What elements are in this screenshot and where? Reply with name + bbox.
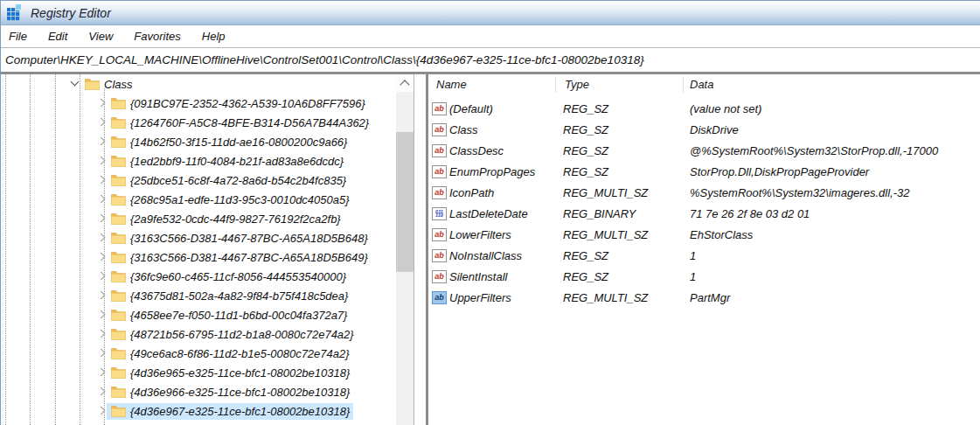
value-data: 1	[690, 270, 980, 283]
tree-item-guid[interactable]: {25dbce51-6c8f-4a72-8a6d-b54c2b4fc835}	[1, 171, 396, 190]
tree-item-guid[interactable]: {4d36e966-e325-11ce-bfc1-08002be10318}	[1, 382, 396, 401]
tree-item-guid[interactable]: {3163C566-D381-4467-87BC-A65A18D5B648}	[1, 228, 396, 247]
chevron-right-icon[interactable]	[96, 290, 107, 301]
value-type: REG_SZ	[563, 144, 690, 157]
values-pane[interactable]: Name Type Data ab (Default) REG_SZ (valu…	[426, 74, 980, 425]
chevron-right-icon[interactable]	[96, 156, 107, 166]
value-row[interactable]: ab SilentInstall REG_SZ 1	[428, 266, 980, 287]
value-row[interactable]: ab EnumPropPages REG_SZ StorProp.Dll,Dis…	[428, 161, 980, 182]
tree-item-guid[interactable]: {091BC97E-2352-4362-A539-10A6D8FF7596}	[1, 94, 396, 113]
menu-edit[interactable]: Edit	[38, 25, 78, 47]
tree-item-label[interactable]: {1ed2bbf9-11f0-4084-b21f-ad83a8e6dcdc}	[130, 154, 344, 168]
tree-item-label[interactable]: {3163C566-D381-4467-87BC-A65A18D5B648}	[130, 231, 368, 245]
chevron-right-icon[interactable]	[96, 271, 107, 282]
value-row[interactable]: 011 110 LastDeleteDate REG_BINARY 71 7e …	[428, 203, 980, 224]
chevron-right-icon[interactable]	[96, 233, 107, 243]
value-row[interactable]: ab (Default) REG_SZ (value not set)	[428, 98, 980, 119]
tree-item-guid[interactable]: {43675d81-502a-4a82-9f84-b75f418c5dea}	[1, 286, 396, 305]
folder-icon	[111, 270, 126, 282]
value-row[interactable]: ab ClassDesc REG_SZ @%SystemRoot%\System…	[428, 140, 980, 161]
chevron-right-icon[interactable]	[96, 348, 107, 359]
tree-vertical-scrollbar[interactable]	[396, 74, 414, 425]
folder-icon	[111, 386, 126, 398]
value-row[interactable]: ab NoInstallClass REG_SZ 1	[428, 245, 980, 266]
column-header-type[interactable]: Type	[565, 78, 589, 91]
value-name[interactable]: IconPath	[449, 186, 563, 199]
column-header-name[interactable]: Name	[436, 78, 467, 91]
tree-item-label[interactable]: {4d36e967-e325-11ce-bfc1-08002be10318}	[130, 404, 350, 418]
value-name[interactable]: LowerFilters	[449, 228, 563, 241]
registry-tree-pane[interactable]: Class {091BC97E-2352-4362-A539-	[1, 74, 396, 425]
value-name[interactable]: Class	[449, 123, 563, 136]
tree-item-guid[interactable]: {14b62f50-3f15-11dd-ae16-0800200c9a66}	[1, 132, 396, 151]
tree-item-guid[interactable]: {4d36e967-e325-11ce-bfc1-08002be10318}	[1, 401, 396, 421]
tree-item-label[interactable]: {49ce6ac8-6f86-11d2-b1e5-0080c72e74a2}	[130, 346, 350, 360]
chevron-right-icon[interactable]	[96, 367, 107, 378]
tree-item-label[interactable]: {2a9fe532-0cdc-44f9-9827-76192f2ca2fb}	[130, 212, 341, 226]
pane-splitter[interactable]	[414, 74, 426, 425]
tree-item-guid[interactable]: {1ed2bbf9-11f0-4084-b21f-ad83a8e6dcdc}	[1, 151, 396, 171]
value-name[interactable]: SilentInstall	[449, 270, 563, 283]
tree-item-class[interactable]: Class	[1, 74, 396, 94]
tree-item-guid[interactable]: {3163C566-D381-4467-87BC-A65A18D5B649}	[1, 247, 396, 267]
chevron-right-icon[interactable]	[96, 175, 107, 185]
value-row[interactable]: ab LowerFilters REG_MULTI_SZ EhStorClass	[428, 224, 980, 245]
value-name[interactable]: EnumPropPages	[449, 165, 563, 178]
tree-item-guid[interactable]: {1264760F-A5C8-4BFE-B314-D56A7B44A362}	[1, 113, 396, 132]
value-name[interactable]: LastDeleteDate	[449, 207, 563, 220]
tree-item-guid[interactable]: {36fc9e60-c465-11cf-8056-444553540000}	[1, 267, 396, 286]
folder-icon	[111, 309, 126, 321]
tree-item-label[interactable]: {43675d81-502a-4a82-9f84-b75f418c5dea}	[130, 289, 348, 303]
tree-item-guid[interactable]: {48721b56-6795-11d2-b1a8-0080c72e74a2}	[1, 324, 396, 344]
tree-item-label[interactable]: {1264760F-A5C8-4BFE-B314-D56A7B44A362}	[130, 115, 369, 129]
scrollbar-thumb[interactable]	[396, 132, 414, 272]
chevron-right-icon[interactable]	[96, 252, 107, 262]
value-data: PartMgr	[690, 291, 980, 304]
tree-item-label[interactable]: {091BC97E-2352-4362-A539-10A6D8FF7596}	[130, 96, 365, 110]
tree-item-label[interactable]: {3163C566-D381-4467-87BC-A65A18D5B649}	[130, 250, 368, 264]
menu-view[interactable]: View	[78, 25, 123, 47]
chevron-right-icon[interactable]	[96, 406, 107, 416]
tree-item-label[interactable]: {4d36e965-e325-11ce-bfc1-08002be10318}	[130, 366, 350, 380]
value-row[interactable]: ab UpperFilters REG_MULTI_SZ PartMgr	[428, 287, 980, 308]
column-separator[interactable]	[555, 77, 556, 93]
folder-icon	[111, 212, 126, 225]
chevron-right-icon[interactable]	[96, 136, 107, 147]
chevron-down-icon[interactable]	[70, 79, 80, 89]
tree-item-label[interactable]: {4658ee7e-f050-11d1-b6bd-00c04fa372a7}	[130, 308, 347, 322]
tree-item-guid[interactable]: {4d36e965-e325-11ce-bfc1-08002be10318}	[1, 363, 396, 382]
menu-file[interactable]: File	[1, 25, 38, 47]
tree-item-label[interactable]: Class	[104, 77, 133, 91]
tree-item-guid[interactable]: {49ce6ac8-6f86-11d2-b1e5-0080c72e74a2}	[1, 344, 396, 363]
value-name[interactable]: (Default)	[449, 102, 563, 115]
value-name[interactable]: UpperFilters	[449, 291, 563, 304]
value-row[interactable]: ab IconPath REG_MULTI_SZ %SystemRoot%\Sy…	[428, 182, 980, 203]
menu-favorites[interactable]: Favorites	[123, 25, 191, 47]
chevron-right-icon[interactable]	[96, 117, 107, 128]
value-name[interactable]: NoInstallClass	[449, 249, 563, 262]
tree-item-guid[interactable]: {2a9fe532-0cdc-44f9-9827-76192f2ca2fb}	[1, 209, 396, 228]
column-header-data[interactable]: Data	[690, 78, 713, 91]
tree-item-label[interactable]: {36fc9e60-c465-11cf-8056-444553540000}	[130, 269, 346, 283]
chevron-right-icon[interactable]	[96, 194, 107, 205]
tree-item-label[interactable]: {14b62f50-3f15-11dd-ae16-0800200c9a66}	[130, 135, 347, 149]
chevron-right-icon[interactable]	[96, 213, 107, 224]
tree-item-label[interactable]: {25dbce51-6c8f-4a72-8a6d-b54c2b4fc835}	[130, 173, 346, 187]
column-separator[interactable]	[683, 77, 684, 93]
tree-item-guid[interactable]: {4658ee7e-f050-11d1-b6bd-00c04fa372a7}	[1, 305, 396, 324]
tree-item-label[interactable]: {268c95a1-edfe-11d3-95c3-0010dc4050a5}	[130, 192, 350, 206]
tree-item-label[interactable]: {4d36e966-e325-11ce-bfc1-08002be10318}	[130, 385, 350, 399]
menu-help[interactable]: Help	[191, 25, 236, 47]
chevron-right-icon[interactable]	[96, 310, 107, 320]
string-value-icon: ab	[432, 102, 447, 115]
menu-bar: File Edit View Favorites Help	[1, 25, 980, 48]
tree-item-label[interactable]: {48721b56-6795-11d2-b1a8-0080c72e74a2}	[130, 327, 354, 341]
value-name[interactable]: ClassDesc	[449, 144, 563, 157]
address-bar[interactable]: Computer\HKEY_LOCAL_MACHINE\OfflineHive\…	[1, 48, 980, 72]
chevron-right-icon[interactable]	[96, 329, 107, 339]
scroll-up-icon[interactable]	[396, 74, 414, 92]
chevron-right-icon[interactable]	[96, 387, 107, 397]
chevron-right-icon[interactable]	[96, 98, 107, 108]
value-row[interactable]: ab Class REG_SZ DiskDrive	[428, 119, 980, 140]
tree-item-guid[interactable]: {268c95a1-edfe-11d3-95c3-0010dc4050a5}	[1, 190, 396, 209]
